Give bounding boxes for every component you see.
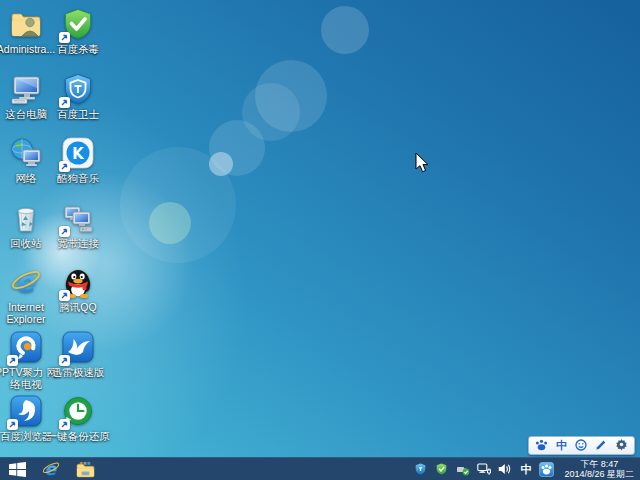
desktop-icon-baidu-browser[interactable]: 百度浏览器	[0, 391, 52, 456]
lens-flare-circle	[209, 152, 233, 176]
desktop-icon-administrator[interactable]: Administra...	[0, 4, 52, 69]
shortcut-arrow-icon	[59, 355, 70, 366]
tray-volume-icon[interactable]	[497, 462, 512, 477]
desktop-icon-broadband[interactable]: 宽带连接	[52, 198, 104, 263]
network-globe-icon	[9, 136, 43, 170]
desktop-icon-label: 迅雷极速版	[45, 366, 111, 378]
taskbar: e	[0, 457, 640, 480]
folder-icon	[76, 461, 95, 478]
ie-icon: e	[41, 459, 61, 479]
desktop-icon-baidu-guard[interactable]: 百度卫士	[52, 69, 104, 134]
desktop-icon-label: 一键备份还原	[45, 430, 111, 442]
shortcut-arrow-icon	[59, 161, 70, 172]
handwriting-pencil-icon[interactable]	[595, 437, 607, 455]
computer-icon	[9, 72, 43, 106]
taskbar-left: e	[0, 458, 102, 480]
lens-flare-circle	[209, 120, 265, 176]
chinese-mode-button[interactable]: 中	[556, 440, 567, 451]
desktop-icon-kugou-music[interactable]: K 酷狗音乐	[52, 133, 104, 198]
user-folder-icon	[9, 7, 43, 41]
lens-flare-circle	[321, 6, 369, 54]
desktop-icon-label: 腾讯QQ	[45, 301, 111, 313]
shortcut-arrow-icon	[59, 226, 70, 237]
desktop-icon-recycle-bin[interactable]: 回收站	[0, 198, 52, 263]
taskbar-clock[interactable]: 下午 8:47 2014/8/26 星期二	[560, 459, 634, 479]
tray-usb-safely-remove-icon[interactable]	[455, 462, 470, 477]
shortcut-arrow-icon	[59, 290, 70, 301]
emoji-button[interactable]	[575, 437, 587, 455]
kugou-k-icon: K	[61, 136, 95, 170]
xunlei-bird-icon	[61, 330, 95, 364]
settings-gear-icon[interactable]	[615, 437, 628, 455]
pptv-icon	[9, 330, 43, 364]
qq-penguin-icon	[61, 265, 95, 299]
tray-network-icon[interactable]	[476, 462, 491, 477]
tray-input-language-indicator[interactable]: 中	[518, 462, 533, 477]
shortcut-arrow-icon	[59, 419, 70, 430]
system-tray: 中 下午 8:47 2014/8/26 星期二	[413, 458, 640, 480]
green-shield-icon	[61, 7, 95, 41]
start-button[interactable]	[0, 458, 34, 480]
windows-logo-icon	[9, 462, 26, 477]
mouse-cursor	[415, 152, 430, 178]
shortcut-arrow-icon	[7, 419, 18, 430]
desktop-icon-grid: Administra... 这台电脑	[0, 4, 104, 456]
input-method-language-bar[interactable]: 中	[528, 436, 635, 455]
baidu-browser-icon	[9, 394, 43, 428]
lens-flare-circle	[255, 60, 327, 132]
lens-flare-circle	[120, 147, 236, 263]
desktop-icon-backup-restore[interactable]: 一键备份还原	[52, 391, 104, 456]
broadband-icon	[61, 201, 95, 235]
desktop-icon-internet-explorer[interactable]: e Internet Explorer	[0, 262, 52, 327]
taskbar-file-explorer[interactable]	[68, 458, 102, 480]
shortcut-arrow-icon	[59, 32, 70, 43]
desktop-icon-label: 百度卫士	[45, 108, 111, 120]
desktop-icon-pptv[interactable]: PPTV聚力 网络电视	[0, 327, 52, 392]
tray-baidu-guard-shield-icon[interactable]	[413, 462, 428, 477]
clock-date: 2014/8/26 星期二	[564, 469, 634, 479]
desktop-background[interactable]: Administra... 这台电脑	[0, 0, 640, 457]
tray-baidu-ime-paw-icon[interactable]	[539, 462, 554, 477]
svg-text:K: K	[72, 145, 85, 163]
baidu-paw-icon[interactable]	[535, 437, 548, 455]
taskbar-internet-explorer[interactable]: e	[34, 458, 68, 480]
shortcut-arrow-icon	[59, 97, 70, 108]
shortcut-arrow-icon	[7, 355, 18, 366]
lens-flare-circle	[149, 202, 191, 244]
desktop-icon-xunlei[interactable]: 迅雷极速版	[52, 327, 104, 392]
backup-clock-icon	[61, 394, 95, 428]
desktop-icon-label: 酷狗音乐	[45, 172, 111, 184]
desktop-icon-baidu-antivirus[interactable]: 百度杀毒	[52, 4, 104, 69]
blue-shield-icon	[61, 72, 95, 106]
lens-flare-circle	[242, 83, 300, 141]
desktop-icon-tencent-qq[interactable]: 腾讯QQ	[52, 262, 104, 327]
desktop-icon-label: 百度杀毒	[45, 43, 111, 55]
desktop-icon-label: 宽带连接	[45, 237, 111, 249]
tray-baidu-antivirus-shield-icon[interactable]	[434, 462, 449, 477]
clock-time: 下午 8:47	[564, 459, 634, 469]
desktop-icon-network[interactable]: 网络	[0, 133, 52, 198]
ie-icon: e	[9, 265, 43, 299]
recycle-bin-icon	[9, 201, 43, 235]
desktop-icon-this-pc[interactable]: 这台电脑	[0, 69, 52, 134]
